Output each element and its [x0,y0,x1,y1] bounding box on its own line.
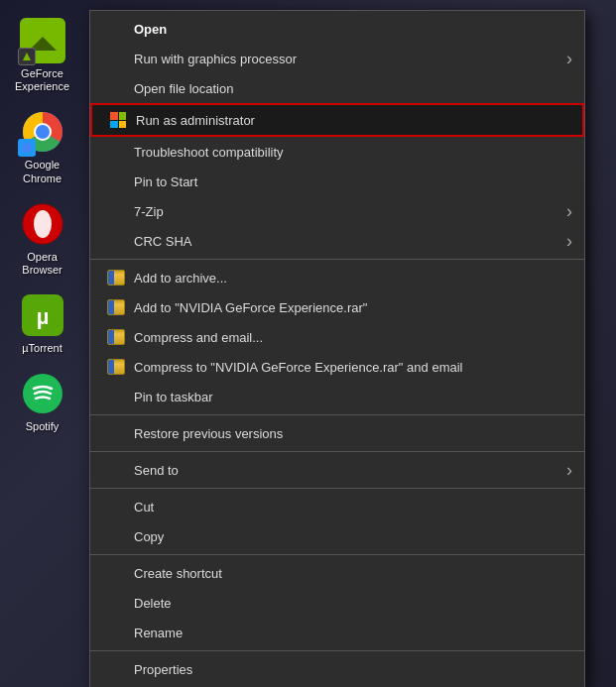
divider-1 [90,259,584,260]
menu-item-compress-email[interactable]: Compress and email... [90,322,584,352]
opera-icon-label: OperaBrowser [22,251,62,277]
properties-icon [106,659,126,679]
run-admin-icon [108,110,128,130]
pin-start-icon [106,172,126,191]
menu-item-create-shortcut[interactable]: Create shortcut [90,558,584,588]
compress-rar-email-icon [106,357,126,377]
troubleshoot-icon [106,142,126,162]
delete-icon [106,593,126,613]
winrar-icon-4 [107,359,125,375]
windows-flag-icon [110,112,126,128]
compress-email-icon [106,327,126,347]
desktop-icon-spotify[interactable]: Spotify [3,363,82,441]
add-to-rar-icon [106,297,126,317]
menu-item-open[interactable]: Open [90,14,584,44]
open-location-icon [106,78,126,98]
menu-item-compress-rar-email[interactable]: Compress to "NVIDIA GeForce Experience.r… [90,352,584,382]
desktop-icon-chrome[interactable]: GoogleChrome [3,101,82,192]
opera-icon-img [20,201,65,247]
divider-3 [90,451,584,452]
divider-2 [90,414,584,415]
menu-item-run-admin[interactable]: Run as administrator [90,103,584,137]
desktop-icon-utorrent[interactable]: µ µTorrent [3,285,82,363]
rename-icon [106,623,126,642]
run-gpu-icon [106,49,126,68]
spotify-icon-label: Spotify [26,420,60,433]
send-to-arrow [566,460,572,481]
menu-item-crc-sha[interactable]: CRC SHA [90,226,584,256]
desktop: GeForceExperience [0,0,616,687]
menu-item-add-to-rar[interactable]: Add to "NVIDIA GeForce Experience.rar" [90,292,584,322]
nvidia-overlay-icon [18,48,36,65]
divider-6 [90,650,584,651]
svg-point-9 [34,210,52,238]
pin-taskbar-icon [106,387,126,406]
menu-item-copy[interactable]: Copy [90,521,584,551]
svg-point-6 [36,125,50,139]
winrar-icon-2 [107,299,125,315]
menu-item-run-gpu[interactable]: Run with graphics processor [90,44,584,73]
copy-icon [106,526,126,546]
context-menu: Open Run with graphics processor Open fi… [89,10,585,687]
nvidia-icon-label: GeForceExperience [15,67,69,93]
menu-item-properties[interactable]: Properties [90,654,584,684]
chrome-overlay-icon [18,139,36,157]
open-icon [106,19,126,39]
spotify-icon-img [20,371,65,416]
nvidia-icon-img [20,18,65,63]
crc-sha-icon [106,231,126,251]
desktop-icon-nvidia[interactable]: GeForceExperience [3,10,82,101]
menu-item-7zip[interactable]: 7-Zip [90,196,584,226]
menu-item-cut[interactable]: Cut [90,492,584,521]
menu-item-send-to[interactable]: Send to [90,455,584,485]
run-gpu-arrow [566,49,572,69]
desktop-icon-opera[interactable]: OperaBrowser [3,193,82,285]
divider-5 [90,554,584,555]
7zip-arrow [566,201,572,222]
7zip-icon [106,201,126,221]
menu-item-add-archive[interactable]: Add to archive... [90,263,584,292]
svg-point-13 [23,374,62,413]
winrar-icon-1 [107,270,125,286]
svg-text:µ: µ [36,304,49,329]
create-shortcut-icon [106,563,126,583]
chrome-icon-img [20,109,65,155]
menu-item-troubleshoot[interactable]: Troubleshoot compatibility [90,137,584,167]
menu-item-delete[interactable]: Delete [90,588,584,618]
menu-item-pin-taskbar[interactable]: Pin to taskbar [90,382,584,411]
crc-sha-arrow [566,231,572,252]
chrome-icon-label: GoogleChrome [23,159,62,184]
divider-4 [90,488,584,489]
cut-icon [106,497,126,516]
svg-marker-2 [23,53,31,60]
restore-icon [106,423,126,443]
menu-item-open-location[interactable]: Open file location [90,73,584,103]
menu-item-rename[interactable]: Rename [90,618,584,647]
utorrent-icon-img: µ [20,292,65,338]
desktop-icon-list: GeForceExperience [0,0,84,687]
winrar-icon-3 [107,329,125,345]
send-to-icon [106,460,126,480]
svg-point-7 [22,143,32,153]
menu-item-pin-start[interactable]: Pin to Start [90,167,584,196]
utorrent-icon-label: µTorrent [22,342,62,355]
menu-item-restore-versions[interactable]: Restore previous versions [90,418,584,448]
add-archive-icon [106,268,126,287]
